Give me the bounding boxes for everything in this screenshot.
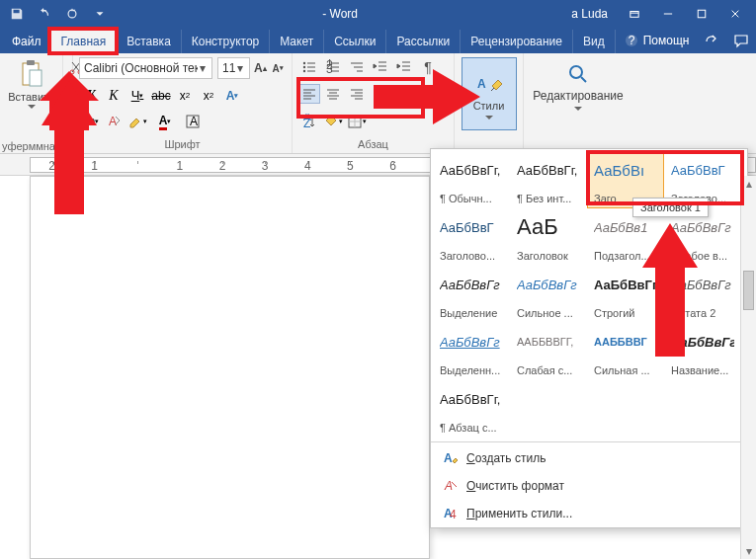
style-swatch[interactable]: АаБбВвГгНазвание...	[664, 323, 741, 380]
group-paragraph: 123 ¶ AZ ▾ ▾ Абзац	[293, 53, 455, 153]
svg-text:Z: Z	[303, 117, 310, 129]
share-icon[interactable]	[697, 28, 726, 53]
titlebar: - Word a Luda	[0, 0, 756, 28]
menu-clear-format[interactable]: AОчистить формат	[431, 472, 747, 500]
strike-icon[interactable]: abc	[150, 86, 172, 106]
svg-point-16	[303, 62, 305, 64]
line-spacing-icon[interactable]	[393, 84, 415, 104]
multilevel-icon[interactable]	[346, 57, 368, 77]
sort-icon[interactable]: AZ	[298, 112, 320, 131]
svg-text:A: A	[109, 115, 117, 128]
style-swatch[interactable]: АаБбВвГЗаголово...	[433, 208, 510, 266]
style-swatch[interactable]: АаБбВвГгСильное ...	[510, 266, 587, 323]
style-swatch[interactable]: АаБбВвГгВыделенн...	[433, 323, 510, 380]
tab-file[interactable]: Файл	[2, 30, 51, 53]
undo-icon[interactable]	[32, 2, 57, 26]
svg-text:A: A	[444, 479, 453, 493]
align-center-icon[interactable]	[322, 84, 344, 104]
editing-button[interactable]: Редактирование	[531, 57, 625, 117]
italic-icon[interactable]: К	[103, 86, 125, 106]
tab-home[interactable]: Главная	[51, 30, 118, 53]
superscript-icon[interactable]: x2	[198, 86, 219, 106]
align-left-icon[interactable]	[298, 84, 320, 104]
svg-point-18	[303, 70, 305, 72]
bold-icon[interactable]: Ж	[79, 86, 101, 106]
tab-design[interactable]: Конструктор	[182, 30, 270, 53]
user-name[interactable]: a Luda	[567, 7, 618, 21]
dec-indent-icon[interactable]	[370, 57, 391, 77]
tab-view[interactable]: Вид	[573, 30, 616, 53]
ribbon-tabs: Файл Главная Вставка Конструктор Макет С…	[0, 28, 756, 53]
menu-create-style[interactable]: AСоздать стиль	[431, 444, 747, 472]
char-border-icon[interactable]: A	[182, 112, 204, 131]
inc-indent-icon[interactable]	[393, 57, 415, 77]
font-color-icon[interactable]: A ▾	[150, 112, 180, 131]
scroll-up-icon[interactable]: ▴	[741, 176, 756, 192]
group-styles: A Стили	[455, 53, 524, 153]
svg-text:A: A	[190, 115, 198, 128]
maximize-icon[interactable]	[685, 0, 718, 28]
tab-layout[interactable]: Макет	[270, 30, 324, 53]
svg-text:4: 4	[450, 508, 457, 521]
qat-more-icon[interactable]	[87, 2, 113, 26]
svg-rect-2	[698, 10, 706, 18]
style-swatch[interactable]: АаБбВвГг,¶ Абзац с...	[433, 380, 510, 438]
shading-icon[interactable]: ▾	[322, 112, 344, 131]
svg-rect-7	[30, 70, 42, 86]
svg-point-17	[303, 66, 305, 68]
shrink-font-icon[interactable]: A▾	[270, 58, 286, 78]
underline-icon[interactable]: Ч ▾	[126, 86, 148, 106]
clear-format-icon[interactable]: A	[103, 112, 125, 131]
svg-point-26	[570, 66, 582, 78]
bullets-icon[interactable]	[298, 57, 320, 77]
document-page[interactable]	[30, 176, 430, 559]
tab-insert[interactable]: Вставка	[117, 30, 182, 53]
font-name-combo[interactable]: Calibri (Основной текст▾	[79, 57, 212, 79]
svg-text:?: ?	[628, 34, 634, 47]
paste-button[interactable]: Вставить	[6, 57, 56, 111]
style-swatch[interactable]: АаБбВвГгЦитата 2	[664, 266, 741, 323]
tooltip: Заголовок 1	[632, 198, 709, 217]
grow-font-icon[interactable]: A▴	[252, 58, 268, 78]
style-swatch[interactable]: АаБбВвГг,¶ Без инт...	[510, 151, 587, 208]
comments-icon[interactable]	[726, 28, 756, 53]
close-icon[interactable]	[718, 0, 752, 28]
ribbon: Вставить Calibri (Основной текст▾ 11▾ A▴…	[0, 53, 756, 154]
text-effects-icon[interactable]: A▾	[221, 86, 243, 106]
redo-icon[interactable]	[59, 2, 85, 26]
change-case-icon[interactable]: Aa▾	[79, 112, 101, 131]
highlight-icon[interactable]: ▾	[126, 112, 148, 131]
align-right-icon[interactable]	[346, 84, 368, 104]
show-marks-icon[interactable]: ¶	[417, 57, 439, 77]
group-clipboard: Вставить	[0, 53, 63, 153]
scroll-down-icon[interactable]: ▾	[741, 543, 756, 559]
menu-apply-styles[interactable]: A4Применить стили...	[431, 500, 747, 527]
ribbon-options-icon[interactable]	[618, 0, 651, 28]
scroll-thumb[interactable]	[743, 271, 754, 310]
svg-rect-1	[630, 12, 638, 18]
vertical-scrollbar[interactable]: ▴ ▾	[740, 176, 756, 559]
style-swatch[interactable]: АаБбВвГгСтрогий	[587, 266, 664, 323]
style-swatch[interactable]: АаБбВвГгВыделение	[433, 266, 510, 323]
svg-text:A: A	[477, 77, 486, 91]
font-size-combo[interactable]: 11▾	[217, 57, 250, 79]
style-swatch[interactable]: АаБЗаголовок	[510, 208, 587, 266]
svg-text:3: 3	[326, 62, 333, 75]
tab-references[interactable]: Ссылки	[324, 30, 386, 53]
minimize-icon[interactable]	[651, 0, 685, 28]
style-swatch[interactable]: АаБбВвГг,¶ Обычн...	[433, 151, 510, 208]
style-swatch[interactable]: ААББВВГСильная ...	[587, 323, 664, 380]
tab-mailings[interactable]: Рассылки	[386, 30, 461, 53]
save-icon[interactable]	[4, 2, 30, 26]
justify-icon[interactable]	[370, 84, 391, 104]
borders-icon[interactable]: ▾	[346, 112, 368, 131]
style-swatch[interactable]: ААББВВГГ,Слабая с...	[510, 323, 587, 380]
app-title: - Word	[113, 7, 567, 21]
tell-me[interactable]: ?Помощн	[616, 33, 698, 48]
group-editing: Редактирование	[524, 53, 632, 153]
tab-review[interactable]: Рецензирование	[461, 30, 573, 53]
styles-button[interactable]: A Стили	[462, 57, 517, 130]
numbering-icon[interactable]: 123	[322, 57, 344, 77]
group-clip-side	[63, 53, 73, 153]
subscript-icon[interactable]: x2	[174, 86, 196, 106]
